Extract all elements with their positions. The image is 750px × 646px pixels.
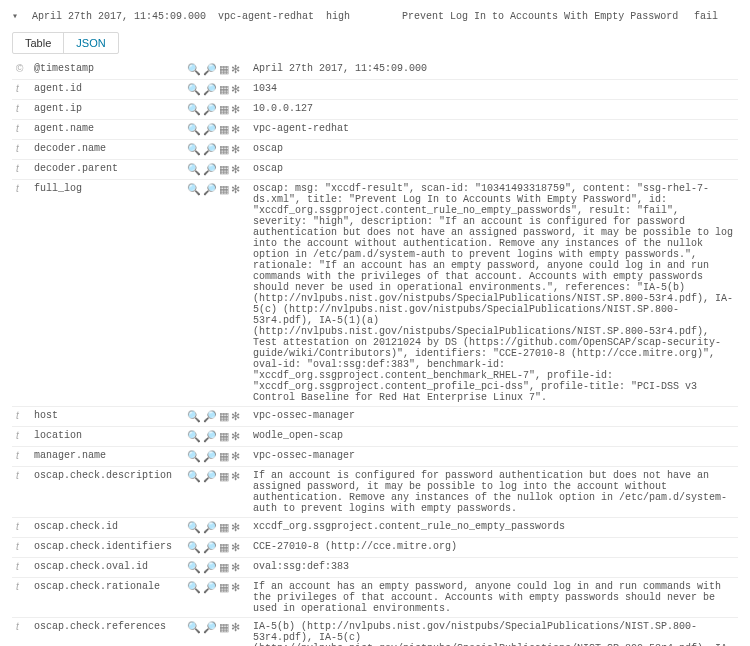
table-row: toscap.check.description🔍🔎▦✻If an accoun… (12, 467, 738, 518)
filter-for-icon[interactable]: 🔍 (187, 430, 201, 443)
toggle-column-icon[interactable]: ▦ (219, 621, 229, 634)
filter-for-icon[interactable]: 🔍 (187, 581, 201, 594)
field-type-icon: t (12, 518, 30, 538)
field-type-icon: t (12, 80, 30, 100)
field-actions: 🔍🔎▦✻ (183, 160, 249, 180)
field-exists-icon[interactable]: ✻ (231, 183, 240, 196)
field-exists-icon[interactable]: ✻ (231, 83, 240, 96)
field-name: agent.id (30, 80, 183, 100)
field-name: oscap.check.references (30, 618, 183, 647)
filter-for-icon[interactable]: 🔍 (187, 143, 201, 156)
toggle-column-icon[interactable]: ▦ (219, 521, 229, 534)
table-row: thost🔍🔎▦✻vpc-ossec-manager (12, 407, 738, 427)
field-exists-icon[interactable]: ✻ (231, 621, 240, 634)
table-row: tdecoder.parent🔍🔎▦✻oscap (12, 160, 738, 180)
field-actions: 🔍🔎▦✻ (183, 578, 249, 618)
field-exists-icon[interactable]: ✻ (231, 430, 240, 443)
field-exists-icon[interactable]: ✻ (231, 521, 240, 534)
tab-json[interactable]: JSON (63, 33, 117, 53)
toggle-column-icon[interactable]: ▦ (219, 410, 229, 423)
filter-for-icon[interactable]: 🔍 (187, 521, 201, 534)
document-table: ©@timestamp🔍🔎▦✻April 27th 2017, 11:45:09… (12, 60, 738, 646)
field-exists-icon[interactable]: ✻ (231, 470, 240, 483)
filter-out-icon[interactable]: 🔎 (203, 143, 217, 156)
toggle-column-icon[interactable]: ▦ (219, 183, 229, 196)
filter-for-icon[interactable]: 🔍 (187, 410, 201, 423)
filter-out-icon[interactable]: 🔎 (203, 581, 217, 594)
tab-table[interactable]: Table (13, 33, 63, 53)
filter-out-icon[interactable]: 🔎 (203, 183, 217, 196)
filter-out-icon[interactable]: 🔎 (203, 103, 217, 116)
filter-out-icon[interactable]: 🔎 (203, 561, 217, 574)
toggle-column-icon[interactable]: ▦ (219, 450, 229, 463)
expand-caret[interactable]: ▾ (12, 10, 18, 22)
filter-for-icon[interactable]: 🔍 (187, 163, 201, 176)
filter-for-icon[interactable]: 🔍 (187, 103, 201, 116)
filter-for-icon[interactable]: 🔍 (187, 183, 201, 196)
toggle-column-icon[interactable]: ▦ (219, 103, 229, 116)
filter-for-icon[interactable]: 🔍 (187, 621, 201, 634)
field-exists-icon[interactable]: ✻ (231, 123, 240, 136)
filter-for-icon[interactable]: 🔍 (187, 83, 201, 96)
field-value: oscap (249, 160, 738, 180)
filter-out-icon[interactable]: 🔎 (203, 123, 217, 136)
filter-for-icon[interactable]: 🔍 (187, 541, 201, 554)
filter-out-icon[interactable]: 🔎 (203, 621, 217, 634)
field-name: agent.name (30, 120, 183, 140)
toggle-column-icon[interactable]: ▦ (219, 163, 229, 176)
field-value: xccdf_org.ssgproject.content_rule_no_emp… (249, 518, 738, 538)
field-name: oscap.check.identifiers (30, 538, 183, 558)
field-value: vpc-ossec-manager (249, 407, 738, 427)
toggle-column-icon[interactable]: ▦ (219, 470, 229, 483)
toggle-column-icon[interactable]: ▦ (219, 83, 229, 96)
field-name: full_log (30, 180, 183, 407)
filter-out-icon[interactable]: 🔎 (203, 83, 217, 96)
field-actions: 🔍🔎▦✻ (183, 60, 249, 80)
toggle-column-icon[interactable]: ▦ (219, 430, 229, 443)
field-exists-icon[interactable]: ✻ (231, 541, 240, 554)
field-exists-icon[interactable]: ✻ (231, 143, 240, 156)
summary-result: fail (694, 11, 718, 22)
filter-out-icon[interactable]: 🔎 (203, 450, 217, 463)
filter-out-icon[interactable]: 🔎 (203, 521, 217, 534)
filter-out-icon[interactable]: 🔎 (203, 410, 217, 423)
filter-for-icon[interactable]: 🔍 (187, 470, 201, 483)
filter-out-icon[interactable]: 🔎 (203, 163, 217, 176)
field-value: 10.0.0.127 (249, 100, 738, 120)
filter-out-icon[interactable]: 🔎 (203, 430, 217, 443)
toggle-column-icon[interactable]: ▦ (219, 63, 229, 76)
field-name: oscap.check.description (30, 467, 183, 518)
field-name: oscap.check.oval.id (30, 558, 183, 578)
field-exists-icon[interactable]: ✻ (231, 450, 240, 463)
toggle-column-icon[interactable]: ▦ (219, 561, 229, 574)
toggle-column-icon[interactable]: ▦ (219, 123, 229, 136)
field-value: CCE-27010-8 (http://cce.mitre.org) (249, 538, 738, 558)
filter-for-icon[interactable]: 🔍 (187, 63, 201, 76)
filter-out-icon[interactable]: 🔎 (203, 541, 217, 554)
field-actions: 🔍🔎▦✻ (183, 120, 249, 140)
filter-out-icon[interactable]: 🔎 (203, 63, 217, 76)
field-exists-icon[interactable]: ✻ (231, 163, 240, 176)
field-value: wodle_open-scap (249, 427, 738, 447)
toggle-column-icon[interactable]: ▦ (219, 541, 229, 554)
field-exists-icon[interactable]: ✻ (231, 410, 240, 423)
field-exists-icon[interactable]: ✻ (231, 561, 240, 574)
filter-for-icon[interactable]: 🔍 (187, 561, 201, 574)
toggle-column-icon[interactable]: ▦ (219, 143, 229, 156)
summary-timestamp: April 27th 2017, 11:45:09.000 (32, 11, 206, 22)
table-row: toscap.check.id🔍🔎▦✻xccdf_org.ssgproject.… (12, 518, 738, 538)
toggle-column-icon[interactable]: ▦ (219, 581, 229, 594)
field-actions: 🔍🔎▦✻ (183, 518, 249, 538)
filter-for-icon[interactable]: 🔍 (187, 450, 201, 463)
filter-for-icon[interactable]: 🔍 (187, 123, 201, 136)
field-exists-icon[interactable]: ✻ (231, 63, 240, 76)
field-name: host (30, 407, 183, 427)
field-exists-icon[interactable]: ✻ (231, 103, 240, 116)
field-type-icon: t (12, 427, 30, 447)
filter-out-icon[interactable]: 🔎 (203, 470, 217, 483)
field-type-icon: t (12, 100, 30, 120)
field-type-icon: t (12, 618, 30, 647)
field-exists-icon[interactable]: ✻ (231, 581, 240, 594)
table-row: toscap.check.identifiers🔍🔎▦✻CCE-27010-8 … (12, 538, 738, 558)
field-value: 1034 (249, 80, 738, 100)
